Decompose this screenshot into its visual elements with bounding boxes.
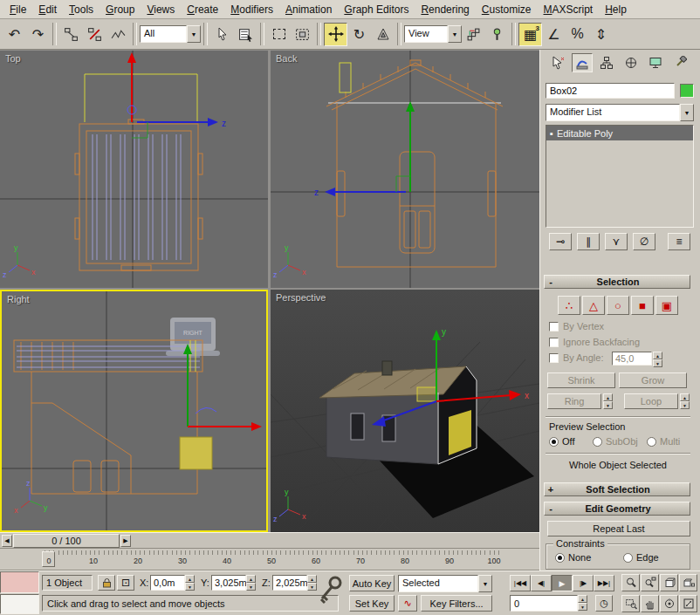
select-and-manipulate-icon[interactable] bbox=[485, 23, 509, 46]
mini-listener-macro-pane[interactable] bbox=[0, 571, 39, 593]
frame-spinner[interactable]: ▲▼ bbox=[578, 595, 587, 611]
undo-icon[interactable]: ↶ bbox=[3, 23, 26, 46]
preview-multi-radio[interactable] bbox=[647, 437, 656, 447]
select-by-name-icon[interactable] bbox=[234, 23, 257, 46]
viewport-perspective[interactable]: y x y x z Perspective bbox=[271, 290, 539, 532]
viewport-label-back[interactable]: Back bbox=[276, 53, 297, 64]
make-unique-button[interactable]: ⋎ bbox=[605, 233, 628, 250]
time-configuration-button[interactable]: ◷ bbox=[595, 595, 613, 612]
pan-button[interactable] bbox=[641, 595, 659, 612]
viewport-right[interactable]: RIGHT bbox=[0, 290, 268, 532]
tab-motion[interactable] bbox=[621, 53, 642, 72]
bind-to-spacewarp-icon[interactable] bbox=[106, 23, 130, 46]
select-and-link-icon[interactable] bbox=[59, 23, 83, 46]
selected-polygon[interactable] bbox=[180, 437, 212, 469]
by-angle-field[interactable]: 45,0 bbox=[612, 352, 652, 366]
pin-stack-button[interactable]: ⊸ bbox=[549, 233, 572, 250]
reference-coordinate-system-dropdown[interactable]: View ▼ bbox=[404, 25, 462, 43]
ring-spinner[interactable]: ▲▼ bbox=[603, 393, 613, 409]
subobject-element-button[interactable]: ▣ bbox=[655, 296, 678, 315]
tab-modify[interactable] bbox=[572, 53, 593, 72]
chevron-down-icon[interactable]: ▼ bbox=[680, 104, 694, 121]
select-and-scale-icon[interactable] bbox=[371, 23, 395, 46]
menu-group[interactable]: Group bbox=[100, 1, 141, 18]
selection-lock-toggle[interactable] bbox=[98, 575, 115, 591]
time-slider-handle[interactable]: 0 / 100 bbox=[13, 534, 120, 548]
zoom-extents-button[interactable] bbox=[660, 574, 678, 591]
subobject-polygon-button[interactable]: ■ bbox=[631, 296, 654, 315]
viewport-label-right[interactable]: Right bbox=[7, 294, 30, 304]
rollout-selection[interactable]: - Selection bbox=[544, 275, 690, 289]
subobject-edge-button[interactable]: △ bbox=[582, 296, 605, 315]
default-tangent-button[interactable]: ∿ bbox=[398, 595, 417, 612]
ignore-backfacing-checkbox[interactable] bbox=[549, 338, 559, 347]
chevron-down-icon[interactable]: ▼ bbox=[187, 25, 201, 43]
percent-snap-icon[interactable]: % bbox=[566, 23, 589, 46]
by-angle-spinner[interactable]: ▲▼ bbox=[653, 352, 662, 367]
x-spinner[interactable]: ▲▼ bbox=[185, 575, 195, 591]
key-selection-dropdown[interactable]: Selected ▼ bbox=[398, 575, 492, 592]
use-pivot-point-center-icon[interactable] bbox=[462, 23, 485, 46]
chevron-down-icon[interactable]: ▼ bbox=[448, 25, 462, 43]
preview-subobj-radio[interactable] bbox=[593, 437, 602, 447]
menu-create[interactable]: Create bbox=[181, 1, 224, 18]
tab-create[interactable] bbox=[547, 53, 568, 72]
constraint-none-radio[interactable] bbox=[555, 553, 565, 563]
viewport-label-top[interactable]: Top bbox=[5, 53, 21, 64]
set-key-button[interactable]: Set Key bbox=[349, 595, 395, 612]
redo-icon[interactable]: ↷ bbox=[26, 23, 50, 46]
menu-tools[interactable]: Tools bbox=[63, 1, 100, 18]
selection-filter-dropdown[interactable]: All ▼ bbox=[140, 25, 201, 43]
y-coordinate-field[interactable]: 3,025m bbox=[211, 575, 246, 591]
subobject-border-button[interactable]: ○ bbox=[607, 296, 629, 315]
time-slider-prev-icon[interactable]: ◀ bbox=[2, 535, 12, 547]
time-slider-track[interactable]: ◀ 0 / 100 ▶ bbox=[0, 532, 539, 549]
grow-button[interactable]: Grow bbox=[619, 372, 687, 388]
select-and-move-icon[interactable] bbox=[324, 23, 347, 46]
chevron-down-icon[interactable]: ▼ bbox=[478, 575, 492, 592]
by-angle-checkbox[interactable] bbox=[549, 353, 559, 363]
zoom-region-button[interactable] bbox=[621, 595, 640, 612]
absolute-offset-toggle[interactable]: ⊡ bbox=[117, 575, 134, 591]
menu-help[interactable]: Help bbox=[599, 1, 633, 18]
z-coordinate-field[interactable]: 2,025m bbox=[272, 575, 307, 591]
object-name-field[interactable] bbox=[546, 83, 675, 99]
tab-utilities[interactable] bbox=[669, 53, 690, 72]
menu-views[interactable]: Views bbox=[141, 1, 181, 18]
select-object-icon[interactable] bbox=[210, 23, 234, 46]
auto-key-button[interactable]: Auto Key bbox=[349, 575, 395, 591]
menu-graph-editors[interactable]: Graph Editors bbox=[338, 1, 415, 18]
y-spinner[interactable]: ▲▼ bbox=[246, 575, 256, 591]
stack-item-editable-poly[interactable]: ▪ Editable Poly bbox=[546, 126, 693, 140]
viewport-top[interactable]: z y x z Top bbox=[0, 51, 268, 288]
remove-modifier-button[interactable]: ∅ bbox=[633, 233, 655, 250]
arc-rotate-button[interactable] bbox=[660, 595, 678, 612]
show-end-result-button[interactable]: ∥ bbox=[577, 233, 600, 250]
current-frame-field[interactable]: 0 bbox=[510, 595, 578, 612]
select-and-rotate-icon[interactable]: ↻ bbox=[347, 23, 371, 46]
unlink-icon[interactable] bbox=[83, 23, 106, 46]
go-to-end-button[interactable]: ▶▶| bbox=[594, 575, 614, 591]
angle-snap-icon[interactable]: ∠ bbox=[542, 23, 566, 46]
set-keys-button[interactable] bbox=[316, 574, 346, 612]
rollout-edit-geometry[interactable]: - Edit Geometry bbox=[544, 502, 690, 516]
play-button[interactable]: ▶ bbox=[552, 575, 573, 591]
menu-animation[interactable]: Animation bbox=[279, 1, 338, 18]
menu-file[interactable]: File bbox=[3, 1, 32, 18]
tab-display[interactable] bbox=[645, 53, 666, 72]
spinner-snap-icon[interactable]: ⇕ bbox=[589, 23, 613, 46]
key-filters-button[interactable]: Key Filters... bbox=[421, 595, 492, 612]
subobject-vertex-button[interactable]: ∴ bbox=[558, 296, 580, 315]
preview-off-radio[interactable] bbox=[549, 437, 559, 447]
zoom-button[interactable] bbox=[621, 574, 640, 591]
min-max-toggle-button[interactable] bbox=[679, 595, 697, 612]
object-color-swatch[interactable] bbox=[680, 84, 694, 98]
menu-modifiers[interactable]: Modifiers bbox=[224, 1, 279, 18]
menu-rendering[interactable]: Rendering bbox=[415, 1, 475, 18]
modifier-list-dropdown[interactable]: Modifier List ▼ bbox=[546, 104, 694, 121]
x-coordinate-field[interactable]: 0,0m bbox=[150, 575, 185, 591]
shrink-button[interactable]: Shrink bbox=[547, 372, 615, 388]
next-frame-button[interactable]: |▶ bbox=[573, 575, 594, 591]
rectangular-selection-region-icon[interactable] bbox=[267, 23, 291, 46]
repeat-last-button[interactable]: Repeat Last bbox=[547, 521, 690, 536]
